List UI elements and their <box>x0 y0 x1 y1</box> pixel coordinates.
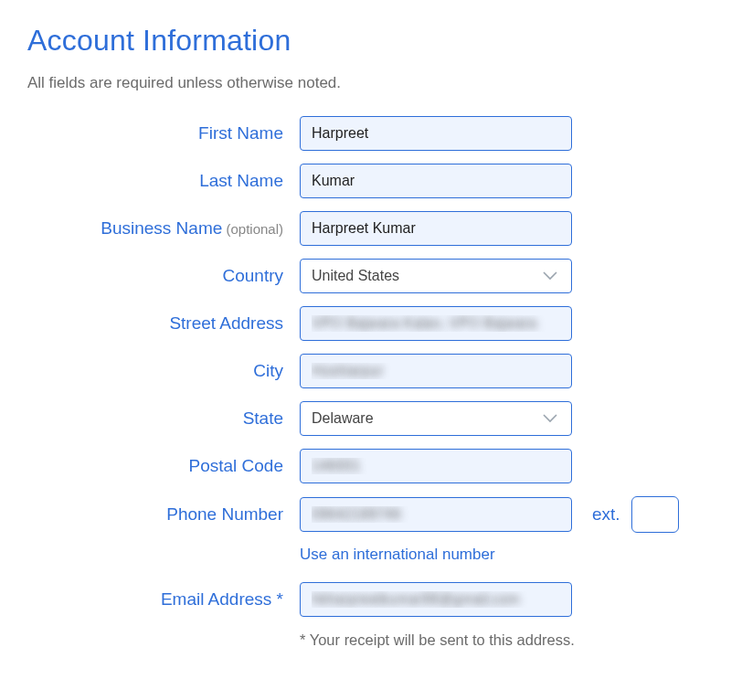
street-address-input[interactable] <box>300 306 572 341</box>
label-ext: ext. <box>592 504 620 525</box>
business-name-input[interactable] <box>300 211 572 246</box>
row-first-name: First Name <box>27 116 704 151</box>
email-receipt-note: * Your receipt will be sent to this addr… <box>300 630 592 650</box>
label-state: State <box>27 408 300 430</box>
row-email: Email Address * <box>27 582 704 617</box>
last-name-input[interactable] <box>300 164 572 198</box>
row-last-name: Last Name <box>27 164 704 198</box>
use-international-number-link[interactable]: Use an international number <box>300 546 495 563</box>
country-select-value: United States <box>312 268 399 284</box>
row-phone: Phone Number ext. <box>27 496 704 533</box>
country-select[interactable]: United States <box>300 259 572 293</box>
account-info-form: Account Information All fields are requi… <box>0 0 731 686</box>
email-address-input[interactable] <box>300 582 572 617</box>
first-name-input[interactable] <box>300 116 572 151</box>
row-postal: Postal Code <box>27 449 704 483</box>
label-email: Email Address * <box>27 589 300 610</box>
state-select-value: Delaware <box>312 410 374 427</box>
row-street: Street Address <box>27 306 704 341</box>
city-input[interactable] <box>300 354 572 388</box>
row-city: City <box>27 354 704 388</box>
label-business-optional: (optional) <box>222 221 283 237</box>
chevron-down-icon <box>542 413 558 424</box>
chevron-down-icon <box>542 270 558 281</box>
page-title: Account Information <box>27 24 704 58</box>
row-state: State Delaware <box>27 401 704 436</box>
postal-code-input[interactable] <box>300 449 572 483</box>
label-postal: Postal Code <box>27 456 300 477</box>
phone-number-input[interactable] <box>300 497 572 532</box>
label-city: City <box>27 361 300 382</box>
row-business-name: Business Name (optional) <box>27 211 704 246</box>
label-business-name: Business Name (optional) <box>27 218 300 239</box>
label-last-name: Last Name <box>27 171 300 192</box>
required-note: All fields are required unless otherwise… <box>27 74 704 92</box>
label-business-name-text: Business Name <box>101 218 222 238</box>
phone-ext-input[interactable] <box>631 496 679 533</box>
state-select[interactable]: Delaware <box>300 401 572 436</box>
label-country: Country <box>27 266 300 287</box>
label-phone: Phone Number <box>27 504 300 525</box>
label-street: Street Address <box>27 313 300 334</box>
row-country: Country United States <box>27 259 704 293</box>
label-first-name: First Name <box>27 123 300 144</box>
